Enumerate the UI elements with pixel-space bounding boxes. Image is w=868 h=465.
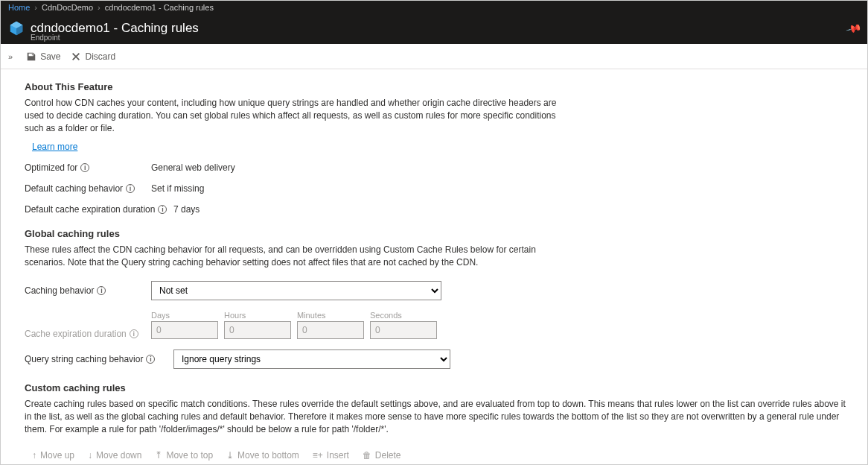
info-icon[interactable]: i bbox=[158, 205, 167, 214]
insert-button[interactable]: ≡+Insert bbox=[313, 450, 349, 461]
breadcrumb-group[interactable]: CdnDocDemo bbox=[42, 3, 93, 12]
info-icon[interactable]: i bbox=[146, 355, 155, 364]
breadcrumb-home[interactable]: Home bbox=[8, 3, 30, 12]
caching-behavior-select[interactable]: Not set bbox=[151, 281, 441, 300]
delete-button[interactable]: 🗑Delete bbox=[363, 450, 401, 461]
move-down-button[interactable]: ↓Move down bbox=[88, 450, 141, 461]
query-string-label: Query string caching behavior i bbox=[25, 354, 173, 364]
arrow-up-icon: ↑ bbox=[32, 450, 36, 461]
cache-expiration-label: Cache expiration duration i bbox=[25, 329, 151, 339]
default-behavior-label: Default caching behavior i bbox=[25, 183, 151, 194]
arrow-bottom-icon: ⤓ bbox=[226, 450, 234, 461]
chevron-right-icon: › bbox=[34, 3, 37, 12]
move-bottom-button[interactable]: ⤓Move to bottom bbox=[226, 450, 299, 461]
duration-group: Days Hours Minutes Seconds bbox=[151, 311, 437, 339]
save-label: Save bbox=[40, 51, 60, 62]
discard-button[interactable]: Discard bbox=[71, 51, 115, 62]
arrow-top-icon: ⤒ bbox=[155, 450, 162, 461]
default-expiration-value: 7 days bbox=[173, 204, 200, 215]
global-rules-desc: These rules affect the CDN caching behav… bbox=[25, 244, 575, 269]
seconds-label: Seconds bbox=[370, 311, 437, 320]
endpoint-icon bbox=[8, 20, 25, 37]
info-icon: i bbox=[130, 329, 138, 338]
info-icon[interactable]: i bbox=[80, 163, 89, 172]
default-behavior-value: Set if missing bbox=[151, 183, 204, 194]
custom-rules-title: Custom caching rules bbox=[25, 382, 852, 393]
hours-label: Hours bbox=[224, 311, 291, 320]
days-label: Days bbox=[151, 311, 218, 320]
move-top-button[interactable]: ⤒Move to top bbox=[155, 450, 213, 461]
default-expiration-label: Default cache expiration duration i bbox=[25, 204, 173, 215]
pin-icon[interactable]: 📌 bbox=[845, 20, 862, 37]
minutes-input bbox=[297, 321, 364, 339]
move-up-button[interactable]: ↑Move up bbox=[32, 450, 74, 461]
optimized-for-value: General web delivery bbox=[151, 162, 235, 173]
caching-behavior-label: Caching behavior i bbox=[25, 285, 151, 296]
command-bar: » Save Discard bbox=[1, 44, 867, 69]
content-area: About This Feature Control how CDN cache… bbox=[1, 69, 867, 465]
chevron-right-icon: › bbox=[98, 3, 100, 12]
breadcrumb-current: cdndocdemo1 - Caching rules bbox=[105, 3, 214, 12]
save-button[interactable]: Save bbox=[26, 51, 60, 62]
discard-label: Discard bbox=[85, 51, 115, 62]
about-description: Control how CDN caches your content, inc… bbox=[25, 97, 575, 134]
expand-icon[interactable]: » bbox=[8, 52, 13, 61]
hours-input bbox=[224, 321, 291, 339]
save-icon bbox=[26, 51, 36, 62]
days-input bbox=[151, 321, 218, 339]
minutes-label: Minutes bbox=[297, 311, 364, 320]
arrow-down-icon: ↓ bbox=[88, 450, 92, 461]
query-string-select[interactable]: Ignore query strings bbox=[173, 349, 450, 369]
page-header: cdndocdemo1 - Caching rules Endpoint 📌 bbox=[1, 14, 867, 44]
about-title: About This Feature bbox=[25, 81, 852, 92]
breadcrumb: Home › CdnDocDemo › cdndocdemo1 - Cachin… bbox=[1, 1, 867, 14]
insert-icon: ≡+ bbox=[313, 450, 323, 461]
custom-rules-desc: Create caching rules based on specific m… bbox=[25, 398, 852, 435]
page-subtitle: Endpoint bbox=[31, 34, 60, 42]
learn-more-link[interactable]: Learn more bbox=[32, 142, 77, 152]
delete-icon: 🗑 bbox=[363, 450, 371, 461]
global-rules-title: Global caching rules bbox=[25, 228, 852, 239]
info-icon[interactable]: i bbox=[97, 286, 106, 295]
optimized-for-label: Optimized for i bbox=[25, 162, 151, 173]
info-icon[interactable]: i bbox=[126, 184, 135, 193]
seconds-input bbox=[370, 321, 437, 339]
rules-toolbar: ↑Move up ↓Move down ⤒Move to top ⤓Move t… bbox=[25, 450, 852, 461]
discard-icon bbox=[71, 51, 81, 62]
